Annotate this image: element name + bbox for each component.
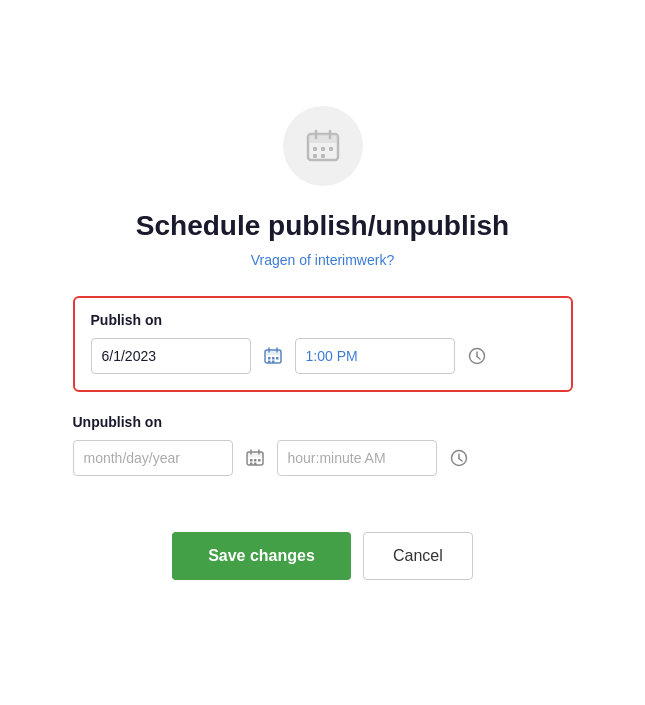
unpublish-time-input[interactable] <box>277 440 437 476</box>
publish-time-input[interactable] <box>295 338 455 374</box>
unpublish-date-wrap <box>73 440 233 476</box>
svg-rect-27 <box>258 459 261 462</box>
unpublish-label: Unpublish on <box>73 414 573 430</box>
svg-rect-22 <box>247 452 263 457</box>
publish-date-input[interactable] <box>91 338 251 374</box>
dialog-footer: Save changes Cancel <box>73 532 573 580</box>
svg-rect-15 <box>276 357 279 360</box>
clock-icon-unpublish <box>449 448 469 468</box>
svg-rect-16 <box>268 360 271 363</box>
publish-date-wrap <box>91 338 251 374</box>
publish-time-picker-button[interactable] <box>463 342 491 370</box>
svg-rect-17 <box>272 360 275 363</box>
unpublish-time-wrap <box>277 440 437 476</box>
subtitle-link[interactable]: interimwerk <box>315 252 387 268</box>
save-changes-button[interactable]: Save changes <box>172 532 351 580</box>
svg-rect-8 <box>321 154 325 158</box>
dialog-title: Schedule publish/unpublish <box>136 210 509 242</box>
clock-icon-publish <box>467 346 487 366</box>
svg-rect-7 <box>313 154 317 158</box>
publish-time-wrap <box>295 338 455 374</box>
svg-rect-1 <box>308 134 338 143</box>
unpublish-date-picker-button[interactable] <box>241 444 269 472</box>
publish-label: Publish on <box>91 312 555 328</box>
calendar-icon <box>305 128 341 164</box>
publish-date-picker-button[interactable] <box>259 342 287 370</box>
svg-rect-13 <box>268 357 271 360</box>
dialog-icon-circle <box>283 106 363 186</box>
calendar-picker-icon <box>263 346 283 366</box>
svg-rect-10 <box>265 350 281 355</box>
subtitle-suffix: ? <box>386 252 394 268</box>
svg-rect-4 <box>313 147 317 151</box>
svg-line-32 <box>459 458 462 461</box>
publish-input-row <box>91 338 555 374</box>
unpublish-input-row <box>73 440 573 476</box>
svg-rect-14 <box>272 357 275 360</box>
schedule-dialog: Schedule publish/unpublish Vragen of int… <box>33 86 613 620</box>
unpublish-time-picker-button[interactable] <box>445 444 473 472</box>
svg-rect-26 <box>254 459 257 462</box>
svg-rect-28 <box>250 462 253 465</box>
svg-rect-6 <box>329 147 333 151</box>
svg-line-20 <box>477 356 480 359</box>
form-section: Publish on <box>73 296 573 496</box>
subtitle-prefix: Vragen of <box>251 252 315 268</box>
publish-group: Publish on <box>73 296 573 392</box>
svg-rect-5 <box>321 147 325 151</box>
cancel-button[interactable]: Cancel <box>363 532 473 580</box>
dialog-subtitle: Vragen of interimwerk? <box>251 252 394 268</box>
calendar-picker-icon-unpublish <box>245 448 265 468</box>
unpublish-date-input[interactable] <box>73 440 233 476</box>
svg-rect-29 <box>254 462 257 465</box>
unpublish-group: Unpublish on <box>73 412 573 476</box>
svg-rect-25 <box>250 459 253 462</box>
